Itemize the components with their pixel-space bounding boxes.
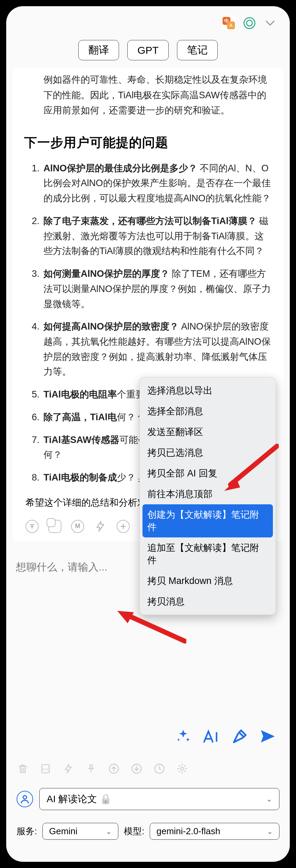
chevron-down-icon: ⌄	[106, 827, 112, 836]
profile-avatar-icon[interactable]	[17, 791, 33, 807]
menu-item-copy-md[interactable]: 拷贝 Markdown 消息	[142, 571, 273, 591]
service-value: Gemini	[49, 826, 77, 837]
list-item: AlNO保护层的最佳成分比例是多少？ 不同的Al、N、O比例会对AlNO的保护效…	[42, 161, 272, 206]
svg-text:A: A	[229, 23, 233, 28]
openai-icon[interactable]	[242, 16, 257, 30]
pin-icon[interactable]	[85, 763, 97, 775]
markdown-icon[interactable]: M	[71, 520, 84, 533]
profile-select[interactable]: AI 解读论文 🔒 ⌄	[39, 788, 279, 810]
top-icon-bar: 中 A	[6, 6, 290, 34]
translate-icon[interactable]: 中 A	[221, 16, 236, 30]
model-label: 模型:	[124, 825, 144, 837]
model-select[interactable]: gemini-2.0-flash ⌄	[150, 823, 279, 840]
gear-icon[interactable]	[176, 763, 188, 775]
annotation-arrow-2	[114, 607, 186, 645]
menu-item-create-note[interactable]: 创建为【文献解读】笔记附件	[142, 504, 273, 537]
service-label: 服务:	[17, 825, 37, 837]
clock-icon[interactable]	[153, 763, 166, 775]
service-select[interactable]: Gemini ⌄	[42, 823, 118, 840]
tab-notes[interactable]: 笔记	[177, 40, 218, 60]
annotation-arrow-1	[220, 443, 279, 492]
quick-action-row	[175, 728, 276, 745]
down-circle-icon[interactable]	[130, 763, 143, 775]
flash-icon[interactable]	[94, 520, 107, 533]
lock-icon: 🔒	[100, 794, 112, 804]
broom-icon[interactable]	[232, 728, 248, 744]
chevron-down-icon[interactable]	[263, 16, 277, 30]
menu-item-send-translate[interactable]: 发送至翻译区	[142, 422, 273, 442]
tab-row: 翻译 GPT 笔记	[6, 34, 290, 68]
trash-icon[interactable]	[17, 763, 29, 775]
context-menu: 选择消息以导出 选择全部消息 发送至翻译区 拷贝已选消息 拷贝全部 AI 回复 …	[139, 377, 276, 615]
tab-gpt[interactable]: GPT	[127, 40, 169, 60]
profile-label: AI 解读论文	[47, 794, 97, 804]
ai-text-icon[interactable]	[203, 729, 220, 744]
sparkle-icon[interactable]	[175, 728, 191, 744]
service-model-row: 服务: Gemini ⌄ 模型: gemini-2.0-flash ⌄	[17, 823, 279, 840]
chevron-down-icon: ⌄	[267, 827, 273, 836]
bottom-toolbar: PDF	[17, 763, 188, 775]
svg-point-11	[181, 767, 184, 770]
list-item: 如何提高AlNO保护层的致密度？ AlNO保护层的致密度越高，其抗氧化性能越好。…	[42, 319, 272, 380]
flash2-icon[interactable]	[62, 763, 75, 775]
pdf-icon[interactable]: PDF	[39, 763, 52, 775]
model-value: gemini-2.0-flash	[156, 826, 220, 837]
profile-row: AI 解读论文 🔒 ⌄	[17, 788, 279, 810]
svg-rect-5	[216, 732, 217, 742]
copy-icon[interactable]	[48, 520, 61, 533]
up-circle-icon[interactable]	[108, 763, 120, 775]
intro-paragraph: 例如器件的可靠性、寿命、长期稳定性以及在复杂环境下的性能。因此，TiAl电极在实…	[24, 72, 272, 124]
send-icon[interactable]	[259, 728, 276, 745]
svg-point-12	[23, 796, 27, 799]
chevron-down-icon: ⌄	[266, 795, 272, 803]
scroll-top-icon[interactable]	[26, 520, 39, 533]
menu-item-select-all[interactable]: 选择全部消息	[142, 401, 273, 422]
tab-translate[interactable]: 翻译	[78, 40, 119, 60]
svg-text:PDF: PDF	[42, 767, 49, 771]
menu-item-append-note[interactable]: 追加至【文献解读】笔记附件	[142, 537, 273, 571]
plus-icon[interactable]	[117, 520, 130, 533]
list-item: 除了电子束蒸发，还有哪些方法可以制备TiAl薄膜？ 磁控溅射、激光熔覆等方法也可…	[42, 214, 272, 259]
section-heading: 下一步用户可能提的问题	[24, 134, 272, 151]
svg-point-4	[247, 20, 253, 26]
menu-item-export[interactable]: 选择消息以导出	[142, 380, 273, 401]
list-item: 如何测量AlNO保护层的厚度？ 除了TEM，还有哪些方法可以测量AlNO保护层的…	[42, 266, 272, 312]
